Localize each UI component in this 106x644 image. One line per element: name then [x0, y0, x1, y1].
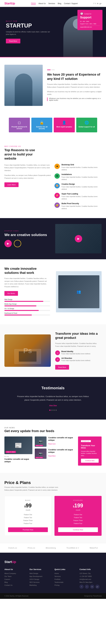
bar-fill-3	[4, 314, 32, 316]
news-card-content-2: Curabitur convallis vel augue antique Re…	[48, 448, 76, 457]
footer-logo: StartUp	[4, 560, 102, 564]
footer-col-links: Quick Links Home Services Portfolio Test…	[54, 568, 76, 589]
news-featured-button[interactable]: Continue Now	[81, 459, 99, 463]
why-item-title-2: Creative Design	[62, 183, 102, 185]
video-thumbnail: ▶	[55, 224, 102, 254]
footer-item-1-2[interactable]: UI/UX Design	[30, 578, 52, 580]
product-section: Ps Transform your ideas into a great pro…	[0, 324, 106, 377]
about-content: We have 20 years of Experience of any ki…	[43, 70, 102, 101]
why-item-desc-4: Fusce vitae imperdiet facilisis. Curabit…	[62, 205, 102, 210]
footer-item-2-0[interactable]: Home	[54, 572, 76, 574]
bar-dashboard: Dashboard & Panel	[4, 312, 50, 316]
video-play-button[interactable]: ▶	[4, 240, 12, 247]
social-icon-in[interactable]: in	[97, 2, 98, 4]
product-feature-text-1: Art Direction Fusce vitae imperdiet faci…	[62, 357, 90, 361]
why-content-3: Super Fast Loading Fusce vitae imperdiet…	[62, 193, 102, 200]
footer-item-2-3[interactable]: Testimonials	[54, 581, 76, 583]
hero-cta-button[interactable]: Read More	[6, 39, 20, 44]
why-icon-2: 🎨	[54, 183, 60, 188]
news-featured-title: Transform Your Ideas	[81, 444, 99, 449]
footer-item-0-2[interactable]: Careers	[4, 578, 26, 580]
nav-blog[interactable]: Blog	[58, 2, 61, 4]
testimonial-dot-3[interactable]	[56, 410, 57, 411]
footer-item-1-4[interactable]: Marketing	[30, 584, 52, 586]
navbar-social: f t in g+	[94, 2, 102, 4]
partners-section: Clutch.co Prive.co Bloomberg TrustWeb & …	[0, 543, 106, 553]
testimonial-dot-1[interactable]	[52, 410, 52, 411]
news-card-link-1[interactable]: Read more	[48, 443, 56, 445]
bar-track-0	[4, 301, 50, 302]
news-left-img: 📰 July 17, 2016	[4, 436, 32, 454]
footer-item-2-4[interactable]: Pricing	[54, 584, 76, 586]
footer-item-0-1[interactable]: Our Team	[4, 576, 26, 577]
partner-1: Prive.co	[28, 547, 35, 549]
footer-col-services: Our Services Web Design App Development …	[30, 568, 52, 589]
plan-button-1[interactable]: Continue Now	[58, 528, 98, 532]
service-title-1: Solution for all security	[34, 126, 50, 130]
accent-dot-2	[51, 70, 55, 70]
bar-label-2: UX / UI Design	[4, 308, 50, 310]
navbar-logo[interactable]: StartUp	[4, 2, 15, 5]
news-card-1: 📷 July 17, 2016 Curabitur convallis vel …	[35, 436, 76, 447]
footer-item-0-3[interactable]: Blog	[4, 581, 26, 583]
nav-services[interactable]: Services	[48, 2, 55, 4]
plan-button-0[interactable]: Purchase Now	[8, 528, 48, 532]
why-icon-4: 🔐	[54, 202, 60, 208]
video-thumb-play[interactable]: ▶	[75, 235, 82, 242]
bar-fill-2	[4, 310, 39, 311]
why-title: Top Reasons to use arovi to build your w…	[4, 148, 43, 161]
nav-contact[interactable]: Contact / Support	[64, 2, 78, 4]
why-icon-1: ⚙	[54, 174, 60, 179]
footer-social-fb[interactable]: f	[80, 584, 84, 589]
social-icon-tw[interactable]: t	[96, 2, 96, 4]
why-para-1: Fusce vitae imperdiet facilisis. Curabit…	[4, 164, 52, 172]
footer-item-1-3[interactable]: SEO Services	[30, 581, 52, 583]
footer-item-2-2[interactable]: Portfolio	[54, 578, 76, 580]
footer-item-0-0[interactable]: About Company	[4, 572, 26, 574]
pricing-desc: Posuere tellus imperdiet facilisis. Cura…	[4, 486, 63, 491]
product-feature-title-0: Brand Identity	[62, 350, 90, 352]
news-author-0: By Atsy	[4, 456, 32, 457]
why-para-2: Faucibus tellus, eu semper nunc finibus …	[4, 174, 52, 180]
social-icon-gp[interactable]: g+	[100, 2, 102, 4]
footer-social-tw[interactable]: t	[85, 584, 89, 589]
footer-item-3-1: +1 234 567 8900	[80, 576, 102, 577]
partner-0: Clutch.co	[8, 547, 17, 549]
news-card-link-2[interactable]: Read More	[48, 455, 56, 457]
footer-item-1-0[interactable]: Web Design	[30, 572, 52, 574]
why-item-desc-1: Fusce vitae imperdiet facilisis. Curabit…	[62, 176, 102, 181]
footer-item-0-4[interactable]: Contact Us	[4, 584, 26, 586]
nav-about[interactable]: About Us	[38, 2, 46, 4]
service-title-0: Provide all kind of A service	[11, 126, 28, 130]
footer-bottom: © 2016 StartUp. All Rights Reserved. Des…	[0, 593, 106, 599]
bar-label-0: Web Design	[4, 299, 50, 300]
news-date-badge: July 17, 2016	[6, 451, 16, 453]
nav-home[interactable]: Home	[31, 2, 36, 5]
social-icon-fb[interactable]: f	[94, 2, 94, 4]
why-item-desc-3: Fusce vitae imperdiet facilisis. Curabit…	[62, 196, 102, 200]
product-title: Transform your ideas into a great produc…	[55, 332, 102, 340]
product-read-more-button[interactable]: Read More	[55, 365, 69, 370]
product-feature-icon-1: ↗	[55, 357, 60, 362]
footer-item-2-1[interactable]: Services	[54, 576, 76, 577]
partner-2: Bloomberg	[46, 547, 56, 549]
news-card-content-1: Curabitur convallis vel augue antique Re…	[48, 436, 76, 445]
why-learn-more-button[interactable]: Learn More	[4, 182, 18, 187]
innovative-btn[interactable]: Our Works	[4, 291, 18, 296]
footer-social-gp[interactable]: g+	[96, 584, 100, 589]
plan-features-1: Feature OneFeature TwoFeature ThreeFeatu…	[58, 513, 98, 525]
news-cards-col: 📷 July 17, 2016 Curabitur convallis vel …	[35, 436, 76, 466]
partner-4: WaterFul	[90, 547, 98, 549]
testimonial-dot-0[interactable]	[49, 410, 50, 411]
hero-description: Uoluptat sit amet leo efficitur mattis t…	[6, 30, 50, 36]
plan-label-0: BASIC	[8, 500, 48, 501]
testimonial-dot-2[interactable]	[54, 410, 54, 411]
footer-col-contact: Contact Info 123 Street, City +1 234 567…	[80, 568, 102, 589]
footer-item-1-1[interactable]: App Development	[30, 576, 52, 577]
news-title: Get every update from our feeds	[4, 429, 102, 433]
news-section: Our News Get every update from our feeds…	[0, 420, 106, 473]
video-section: StartUp Video We are creative solutions …	[0, 218, 106, 259]
hero-built-for: BUILT FOR	[6, 20, 50, 22]
footer-item-3-0: 123 Street, City	[80, 572, 102, 574]
footer-social-in[interactable]: in	[90, 584, 94, 589]
